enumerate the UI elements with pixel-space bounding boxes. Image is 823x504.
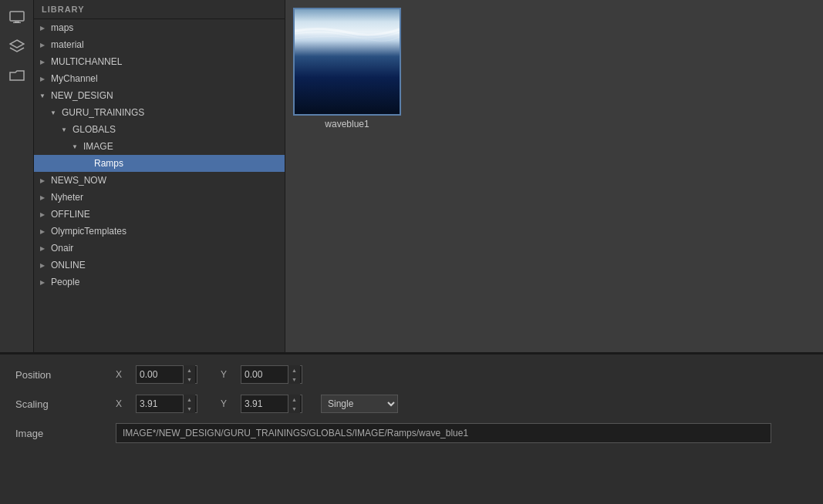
asset-item-waveblue1[interactable]: waveblue1 xyxy=(293,8,401,129)
tree-label-new_design: NEW_DESIGN xyxy=(51,90,113,101)
scaling-x-spin-up[interactable]: ▲ xyxy=(184,395,195,404)
position-y-group: Y ▲ ▼ xyxy=(221,365,302,384)
tree-item-nyheter[interactable]: ▶Nyheter xyxy=(34,189,285,206)
tree-item-guru_trainings[interactable]: ▼GURU_TRAININGS xyxy=(34,104,285,121)
tree-label-material: material xyxy=(51,39,84,50)
tree-arrow-olympictemplates: ▶ xyxy=(37,226,48,237)
tree-body[interactable]: ▶maps▶material▶MULTICHANNEL▶MyChannel▼NE… xyxy=(34,19,285,352)
scaling-label: Scaling xyxy=(15,398,116,410)
scaling-x-spin-down[interactable]: ▼ xyxy=(184,404,195,413)
scaling-x-axis-label: X xyxy=(116,398,128,409)
tree-item-image[interactable]: ▼IMAGE xyxy=(34,138,285,155)
library-header: LIBRARY xyxy=(34,0,285,19)
image-row: Image xyxy=(15,422,808,444)
position-x-group: X ▲ ▼ xyxy=(116,365,197,384)
tree-label-people: People xyxy=(51,277,79,287)
tree-arrow-online: ▶ xyxy=(37,260,48,270)
tree-arrow-offline: ▶ xyxy=(37,209,48,220)
position-y-spin-down[interactable]: ▼ xyxy=(288,375,300,384)
image-label: Image xyxy=(15,428,116,439)
tree-item-globals[interactable]: ▼GLOBALS xyxy=(34,121,285,138)
tree-arrow-maps: ▶ xyxy=(37,22,48,33)
folder-icon[interactable] xyxy=(5,65,29,86)
tree-item-mychannel[interactable]: ▶MyChannel xyxy=(34,70,285,87)
position-x-input[interactable] xyxy=(137,369,183,380)
svg-rect-0 xyxy=(10,12,24,21)
tree-arrow-news_now: ▶ xyxy=(37,175,48,186)
properties-panel: Position X ▲ ▼ Y ▲ ▼ Scaling xyxy=(0,354,823,504)
tree-label-offline: OFFLINE xyxy=(51,209,90,220)
tree-item-ramps[interactable]: Ramps xyxy=(34,155,285,172)
asset-thumbnail xyxy=(293,8,401,116)
scaling-y-spinners[interactable]: ▲ ▼ xyxy=(288,395,300,413)
scaling-y-input[interactable] xyxy=(241,398,288,409)
tree-arrow-material: ▶ xyxy=(37,39,48,50)
scaling-x-input[interactable] xyxy=(137,398,183,409)
tree-item-online[interactable]: ▶ONLINE xyxy=(34,257,285,274)
position-y-spinners[interactable]: ▲ ▼ xyxy=(288,365,300,384)
tree-arrow-new_design: ▼ xyxy=(37,90,48,101)
wave-image xyxy=(295,9,400,114)
tree-label-news_now: NEWS_NOW xyxy=(51,175,106,186)
position-x-spinners[interactable]: ▲ ▼ xyxy=(183,365,195,384)
position-x-spin-down[interactable]: ▼ xyxy=(184,375,195,384)
tree-arrow-multichannel: ▶ xyxy=(37,56,48,67)
tree-arrow-globals: ▼ xyxy=(59,124,69,135)
tree-item-maps[interactable]: ▶maps xyxy=(34,19,285,36)
position-y-spin-up[interactable]: ▲ xyxy=(288,365,300,375)
tree-label-ramps: Ramps xyxy=(94,158,123,169)
position-y-input-wrap[interactable]: ▲ ▼ xyxy=(241,365,302,384)
image-path-input[interactable] xyxy=(116,423,771,443)
asset-name: waveblue1 xyxy=(325,119,369,129)
scaling-y-group: Y ▲ ▼ xyxy=(221,395,302,413)
tree-item-onair[interactable]: ▶Onair xyxy=(34,240,285,257)
position-y-axis-label: Y xyxy=(221,369,233,380)
tree-label-nyheter: Nyheter xyxy=(51,192,83,203)
monitor-icon[interactable] xyxy=(5,6,29,28)
scaling-y-input-wrap[interactable]: ▲ ▼ xyxy=(241,395,302,413)
tree-label-image: IMAGE xyxy=(83,141,113,152)
scaling-mode-wrap[interactable]: SingleXY xyxy=(321,395,398,413)
position-y-input[interactable] xyxy=(241,369,288,380)
tree-label-online: ONLINE xyxy=(51,260,86,270)
tree-label-multichannel: MULTICHANNEL xyxy=(51,56,122,67)
tree-arrow-ramps xyxy=(80,158,91,169)
tree-arrow-image: ▼ xyxy=(69,141,80,152)
tree-item-olympictemplates[interactable]: ▶OlympicTemplates xyxy=(34,223,285,240)
tree-arrow-people: ▶ xyxy=(37,277,48,287)
tree-item-offline[interactable]: ▶OFFLINE xyxy=(34,206,285,223)
tree-arrow-onair: ▶ xyxy=(37,243,48,254)
position-x-axis-label: X xyxy=(116,369,128,380)
tree-item-people[interactable]: ▶People xyxy=(34,274,285,291)
tree-item-new_design[interactable]: ▼NEW_DESIGN xyxy=(34,87,285,104)
scaling-mode-dropdown[interactable]: SingleXY xyxy=(321,395,398,413)
tree-arrow-guru_trainings: ▼ xyxy=(48,107,59,118)
tree-label-mychannel: MyChannel xyxy=(51,73,98,84)
tree-item-material[interactable]: ▶material xyxy=(34,36,285,53)
position-row: Position X ▲ ▼ Y ▲ ▼ xyxy=(15,364,808,385)
position-label: Position xyxy=(15,369,116,381)
svg-rect-4 xyxy=(295,9,400,114)
tree-label-guru_trainings: GURU_TRAININGS xyxy=(62,107,144,118)
tree-arrow-mychannel: ▶ xyxy=(37,73,48,84)
tree-item-news_now[interactable]: ▶NEWS_NOW xyxy=(34,172,285,189)
scaling-row: Scaling X ▲ ▼ Y ▲ ▼ SingleXY xyxy=(15,393,808,415)
tree-panel: LIBRARY ▶maps▶material▶MULTICHANNEL▶MyCh… xyxy=(34,0,285,352)
scaling-x-input-wrap[interactable]: ▲ ▼ xyxy=(136,395,197,413)
icon-sidebar xyxy=(0,0,34,352)
tree-arrow-nyheter: ▶ xyxy=(37,192,48,203)
position-x-spin-up[interactable]: ▲ xyxy=(184,365,195,375)
tree-label-olympictemplates: OlympicTemplates xyxy=(51,226,126,237)
scaling-y-axis-label: Y xyxy=(221,398,233,409)
tree-label-maps: maps xyxy=(51,22,73,33)
svg-marker-3 xyxy=(10,40,24,48)
scaling-y-spin-up[interactable]: ▲ xyxy=(288,395,300,404)
scaling-x-group: X ▲ ▼ xyxy=(116,395,197,413)
position-x-input-wrap[interactable]: ▲ ▼ xyxy=(136,365,197,384)
tree-label-globals: GLOBALS xyxy=(73,124,116,135)
tree-item-multichannel[interactable]: ▶MULTICHANNEL xyxy=(34,53,285,70)
scaling-x-spinners[interactable]: ▲ ▼ xyxy=(183,395,195,413)
content-area: waveblue1 xyxy=(285,0,823,352)
layers-icon[interactable] xyxy=(5,35,29,57)
scaling-y-spin-down[interactable]: ▼ xyxy=(288,404,300,413)
